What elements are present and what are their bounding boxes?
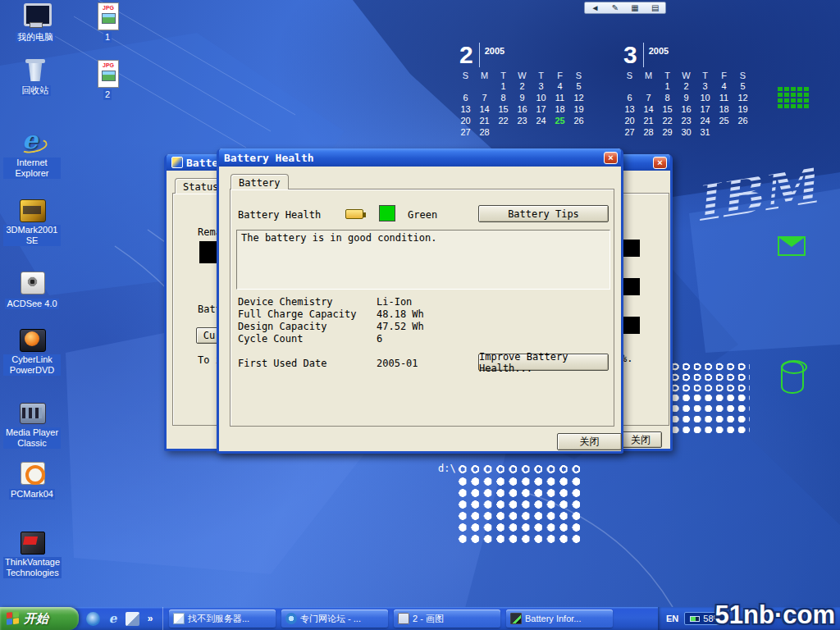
calendar-day: 4: [550, 80, 569, 92]
desktop-icon-pcmark[interactable]: PCMark04: [3, 459, 61, 500]
calendar-day: [639, 80, 658, 92]
battery-tips-button[interactable]: Battery Tips: [478, 205, 609, 222]
windows-logo-icon: [7, 611, 20, 626]
calendar-day: 2: [513, 80, 532, 92]
close-dialog-button[interactable]: 关闭: [557, 433, 622, 450]
dot-pattern: [669, 361, 750, 394]
quicklaunch-show-desktop-icon[interactable]: [126, 612, 139, 626]
tab-battery[interactable]: Battery: [231, 174, 289, 189]
taskbar-task-3[interactable]: Battery Infor...: [506, 609, 613, 628]
calendar-day: 5: [569, 80, 588, 92]
close-icon[interactable]: ×: [653, 157, 667, 169]
dot-pattern: [456, 463, 582, 476]
quicklaunch-ie-icon[interactable]: e: [106, 612, 120, 626]
battery-field-row: Full Charge Capacity48.18 Wh: [238, 308, 424, 321]
desktop-icon-thinkvantage[interactable]: ThinkVantage Technologies: [3, 529, 61, 579]
battery-fields: Device ChemistryLi-IonFull Charge Capaci…: [238, 296, 424, 345]
quicklaunch-media-icon[interactable]: [86, 612, 100, 626]
calendar-day: 5: [733, 80, 752, 92]
taskbar: 开始 e » 找不到服务器...专门网论坛 - ...2 - 画图Battery…: [0, 607, 840, 630]
calendar-day: 30: [677, 126, 696, 138]
calendar-2005-2: 22005SMTWTFS1234567891011121314151617181…: [456, 43, 588, 138]
calendar-day: [494, 126, 513, 138]
improve-battery-health-button[interactable]: Improve Battery Health...: [478, 354, 609, 371]
calendar-day: 17: [696, 103, 714, 115]
calendar-day: 3: [532, 80, 550, 92]
calendar-day: 8: [494, 92, 513, 103]
calendar-day: 26: [569, 115, 588, 126]
calendar-day: 18: [714, 103, 733, 115]
battery-window-icon: [171, 157, 183, 168]
field-value: Li-Ion: [377, 296, 412, 308]
desktop-icon-acdsee[interactable]: ACDSee 4.0: [3, 269, 61, 310]
battery-field-row: Device ChemistryLi-Ion: [238, 296, 424, 308]
calendar-year: 2005: [485, 43, 504, 56]
health-status-text: Green: [408, 209, 437, 221]
calendar-weekday: W: [677, 70, 696, 80]
task-icon: [173, 613, 185, 624]
calendar-day: 21: [639, 115, 658, 126]
pen-icon[interactable]: ✎: [612, 2, 619, 13]
battery-health-label: Battery Health: [238, 209, 321, 221]
quicklaunch-overflow-chevron[interactable]: »: [145, 612, 155, 626]
calendar-day: 22: [658, 115, 677, 126]
jpg-file-icon: [93, 2, 122, 29]
calendar-weekday: M: [639, 70, 658, 80]
calendar-day: 15: [658, 103, 677, 115]
calendar-day: 7: [639, 92, 658, 103]
grid-icon[interactable]: ▦: [631, 2, 638, 13]
desktop-icon-label: PCMark04: [9, 489, 55, 500]
desktop-icon-ie[interactable]: Internet Explorer: [3, 130, 61, 180]
desktop-icon-my-computer[interactable]: 我的电脑: [7, 2, 64, 43]
battery-health-titlebar[interactable]: Battery Health ×: [219, 148, 621, 167]
health-status-indicator: [379, 205, 395, 221]
calendar-day: 1: [494, 80, 513, 92]
desktop-icon-label: CyberLink PowerDVD: [3, 354, 61, 376]
desktop-file-jpg-1[interactable]: 1: [79, 2, 136, 43]
close-icon[interactable]: ×: [604, 152, 618, 164]
calendar-day: 12: [733, 92, 752, 103]
start-button[interactable]: 开始: [0, 607, 79, 630]
calendar-day: [733, 126, 752, 138]
field-value: 6: [377, 333, 382, 345]
notes-icon[interactable]: ▤: [651, 2, 659, 13]
envelope-decor-icon: [778, 236, 806, 256]
desktop-file-jpg-2[interactable]: 2: [79, 60, 136, 101]
thinkvantage-icon: [17, 529, 47, 555]
calendar-day: 2: [677, 80, 696, 92]
dot-pattern: [456, 476, 582, 546]
watermark: 51nb·com: [715, 600, 835, 630]
desktop-icon-recycle-bin[interactable]: 回收站: [7, 56, 64, 97]
desktop-icon-label: Internet Explorer: [3, 158, 61, 179]
calendar-day: 16: [513, 103, 532, 115]
drive-label: d:\: [438, 463, 456, 474]
ie-icon: [17, 130, 47, 156]
desktop-icon-powerdvd[interactable]: CyberLink PowerDVD: [3, 326, 61, 377]
desktop-icon-mpc[interactable]: Media Player Classic: [3, 399, 61, 450]
calendar-2005-3: 32005SMTWTFS1234567891011121314151617181…: [620, 43, 752, 138]
3dmark-icon: [17, 197, 47, 223]
calendar-day: 24: [696, 115, 714, 126]
calendar-day: 3: [696, 80, 714, 92]
calendar-weekday: T: [494, 70, 513, 80]
my-computer-icon: [21, 2, 50, 29]
close-window-button[interactable]: 关闭: [619, 431, 662, 448]
task-icon: [285, 613, 297, 624]
calendar-day: 27: [620, 126, 639, 138]
calendar-day: 11: [714, 92, 733, 103]
calendar-day: 23: [677, 115, 696, 126]
mpc-icon: [17, 399, 47, 426]
taskbar-task-2[interactable]: 2 - 画图: [394, 609, 500, 628]
task-icon: [510, 613, 522, 624]
calendar-day: 10: [532, 92, 550, 103]
calendar-weekday: F: [714, 70, 733, 80]
calendar-day: 1: [658, 80, 677, 92]
calendar-day: 20: [620, 115, 639, 126]
language-indicator[interactable]: EN: [666, 614, 678, 623]
taskbar-task-0[interactable]: 找不到服务器...: [169, 609, 276, 628]
desktop-icon-3dmark[interactable]: 3DMark2001 SE: [3, 197, 61, 247]
calendar-day: 19: [569, 103, 588, 115]
taskbar-task-1[interactable]: 专门网论坛 - ...: [281, 609, 388, 628]
desktop-icon-label: 2: [103, 89, 112, 100]
volume-icon[interactable]: ◄: [591, 2, 600, 13]
